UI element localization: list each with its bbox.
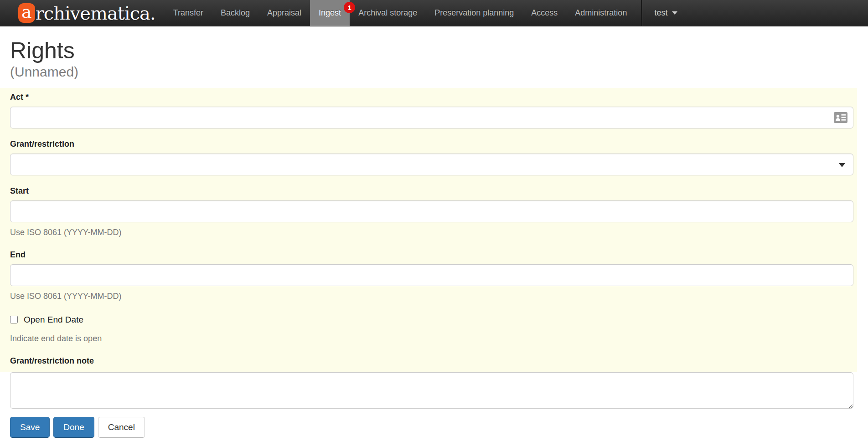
main-nav: Transfer Backlog Appraisal Ingest 1 Arch…	[165, 0, 636, 26]
nav-item-ingest-label: Ingest	[319, 8, 341, 18]
page-subtitle: (Unnamed)	[10, 63, 868, 81]
user-menu-dropdown[interactable]: test	[642, 0, 689, 26]
open-end-date-help-text: Indicate end date is open	[10, 334, 857, 344]
act-input[interactable]	[10, 107, 853, 128]
top-navbar: a rchivematica. Transfer Backlog Apprais…	[0, 0, 868, 26]
start-input[interactable]	[10, 200, 853, 222]
end-input[interactable]	[10, 264, 853, 286]
open-end-date-checkbox[interactable]	[10, 316, 18, 323]
grant-restriction-select[interactable]	[10, 154, 853, 175]
end-input-wrap	[10, 264, 853, 286]
nav-item-backlog[interactable]: Backlog	[212, 0, 258, 26]
open-end-date-row: Open End Date	[10, 315, 857, 325]
nav-item-ingest[interactable]: Ingest 1	[310, 0, 350, 26]
grant-restriction-note-label: Grant/restriction note	[10, 356, 857, 372]
form-actions: Save Done Cancel	[10, 417, 868, 438]
caret-down-icon	[672, 11, 677, 15]
nav-item-archival-storage[interactable]: Archival storage	[350, 0, 426, 26]
act-input-wrap	[10, 107, 853, 128]
nav-item-access[interactable]: Access	[522, 0, 566, 26]
act-label: Act *	[10, 92, 857, 102]
open-end-date-label[interactable]: Open End Date	[24, 315, 83, 325]
grant-restriction-note-textarea[interactable]	[10, 372, 853, 409]
archivematica-logo[interactable]: a rchivematica.	[18, 0, 155, 26]
rights-form: Act * Grant/restriction Start Use ISO 80…	[0, 88, 857, 372]
done-button[interactable]: Done	[53, 417, 94, 438]
grant-restriction-select-wrap	[10, 154, 853, 175]
end-label: End	[10, 250, 857, 260]
logo-wordmark: rchivematica.	[36, 4, 155, 22]
logo-orange-a: a	[18, 3, 35, 23]
nav-item-appraisal[interactable]: Appraisal	[258, 0, 310, 26]
nav-item-transfer[interactable]: Transfer	[165, 0, 212, 26]
grant-restriction-label: Grant/restriction	[10, 139, 857, 149]
start-input-wrap	[10, 200, 853, 222]
start-label: Start	[10, 186, 857, 196]
end-help-text: Use ISO 8061 (YYYY-MM-DD)	[10, 292, 857, 301]
save-button[interactable]: Save	[10, 417, 50, 438]
nav-item-preservation-planning[interactable]: Preservation planning	[426, 0, 522, 26]
cancel-button[interactable]: Cancel	[98, 417, 145, 438]
user-menu-label: test	[654, 8, 667, 18]
nav-item-administration[interactable]: Administration	[566, 0, 636, 26]
start-help-text: Use ISO 8061 (YYYY-MM-DD)	[10, 228, 857, 237]
page-title: Rights	[10, 38, 868, 63]
